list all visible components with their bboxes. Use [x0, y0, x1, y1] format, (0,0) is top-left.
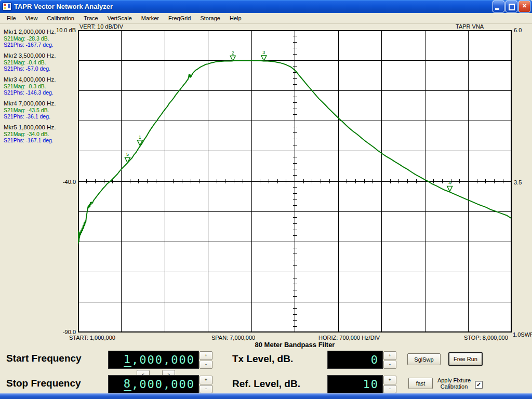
app-icon	[3, 3, 11, 10]
close-icon: ✕	[522, 3, 527, 9]
marker-s21-phase: S21Phs: -36.1 deg.	[4, 113, 76, 119]
chart-marker-5-number: 5	[126, 152, 129, 157]
span-axis-label: SPAN: 7,000,000	[211, 335, 255, 341]
stop-frequency-label: Stop Frequency	[6, 378, 81, 389]
taskbar-edge	[0, 393, 532, 399]
s21-trace-chart: 12345	[78, 30, 512, 332]
fast-sweep-button[interactable]: fast	[408, 378, 433, 389]
menu-item-help[interactable]: Help	[225, 14, 246, 23]
stop-freq-axis-label: STOP: 8,000,000	[464, 335, 508, 341]
vert-scale-label: VERT: 10 dB/DIV	[79, 23, 123, 30]
marker-s21-phase: S21Phs: -57.0 deg.	[4, 65, 76, 72]
ref-level-increment-button[interactable]: +	[383, 376, 396, 384]
window-title: TAPR Vector Network Analyzer	[14, 3, 493, 10]
stop-frequency-display[interactable]: 8,000,000	[108, 375, 199, 393]
marker-s21-phase: S21Phs: -167.1 deg.	[4, 137, 76, 143]
marker-info-mkr5: Mkr5 1,800,000 Hz.S21Mag: -34.0 dB.S21Ph…	[4, 124, 76, 143]
tx-level-increment-button[interactable]: +	[383, 351, 396, 360]
marker-s21-phase: S21Phs: -167.7 deg.	[4, 42, 76, 48]
menu-item-file[interactable]: File	[2, 14, 21, 23]
start-frequency-display[interactable]: 1,000,000	[108, 351, 199, 369]
menu-item-freqgrid[interactable]: FreqGrid	[164, 14, 195, 23]
chart-title: 80 Meter Bandpass Filter	[78, 341, 512, 349]
stop-frequency-increment-button[interactable]: +	[200, 376, 212, 384]
marker-s21-magnitude: S21Mag: -34.0 dB.	[4, 131, 76, 137]
swr-axis-top-label: 6.0	[514, 27, 522, 33]
menu-item-storage[interactable]: Storage	[195, 14, 225, 23]
marker-s21-magnitude: S21Mag: -0.3 dB.	[4, 83, 76, 89]
marker-s21-magnitude: S21Mag: -0.4 dB.	[4, 59, 76, 65]
chart-marker-4-icon	[447, 186, 453, 191]
marker-readout-panel: Mkr1 2,000,000 Hz.S21Mag: -28.3 dB.S21Ph…	[4, 29, 76, 148]
menubar: FileViewCalibrationTraceVertScaleMarkerF…	[0, 13, 532, 24]
maximize-icon	[509, 4, 515, 10]
swr-axis-bottom-label: 1.0SWR	[513, 331, 532, 338]
horiz-scale-axis-label: HORIZ: 700,000 Hz/DIV	[318, 335, 380, 341]
marker-info-mkr4: Mkr4 7,000,000 Hz.S21Mag: -43.5 dB.S21Ph…	[4, 100, 76, 119]
menu-item-vertscale[interactable]: VertScale	[103, 14, 137, 23]
apply-fixture-calibration-checkbox[interactable]: ✓	[475, 381, 483, 389]
menu-item-marker[interactable]: Marker	[137, 14, 164, 23]
single-sweep-button[interactable]: SglSwp	[407, 353, 441, 365]
marker-frequency: Mkr3 4,000,000 Hz.	[4, 76, 76, 83]
chart-marker-3-icon	[261, 56, 267, 61]
marker-info-mkr2: Mkr2 3,500,000 Hz.S21Mag: -0.4 dB.S21Phs…	[4, 52, 76, 72]
minimize-icon	[495, 8, 499, 10]
ref-level-decrement-button[interactable]: -	[383, 385, 396, 394]
ref-level-display[interactable]: 10	[327, 375, 383, 393]
swr-axis-mid-label: 3.5	[514, 179, 522, 185]
menu-item-trace[interactable]: Trace	[79, 14, 103, 23]
start-frequency-increment-button[interactable]: +	[200, 351, 212, 360]
marker-frequency: Mkr4 7,000,000 Hz.	[4, 100, 76, 107]
minimize-button[interactable]	[493, 1, 504, 12]
y-axis-mid-label: -40.0	[51, 179, 76, 185]
marker-frequency: Mkr5 1,800,000 Hz.	[4, 124, 76, 131]
close-button[interactable]: ✕	[518, 1, 530, 12]
marker-s21-magnitude: S21Mag: -43.5 dB.	[4, 107, 76, 113]
y-axis-top-label: 10.0 dB	[51, 27, 76, 33]
menu-item-view[interactable]: View	[21, 14, 43, 23]
chart-marker-2-number: 2	[232, 50, 234, 56]
stop-frequency-decrement-button[interactable]: -	[200, 385, 212, 394]
start-frequency-label: Start Frequency	[6, 353, 82, 364]
apply-fixture-calibration-label: Apply Fixture Calibration	[435, 378, 473, 390]
vna-application-window: TAPR Vector Network Analyzer ✕ FileViewC…	[0, 0, 532, 399]
titlebar: TAPR Vector Network Analyzer ✕	[0, 0, 532, 13]
maximize-button[interactable]	[506, 1, 517, 12]
marker-frequency: Mkr2 3,500,000 Hz.	[4, 52, 76, 59]
start-freq-axis-label: START: 1,000,000	[69, 335, 115, 341]
chart-marker-1-number: 1	[139, 135, 141, 140]
tx-level-label: Tx Level, dB.	[232, 353, 293, 365]
ref-level-label: Ref. Level, dB.	[232, 378, 300, 390]
instrument-label: TAPR VNA	[456, 23, 484, 30]
tx-level-display[interactable]: 0	[327, 351, 383, 369]
chart-marker-3-number: 3	[262, 50, 265, 55]
menu-item-calibration[interactable]: Calibration	[42, 14, 79, 23]
start-frequency-decrement-button[interactable]: -	[200, 361, 212, 369]
marker-s21-phase: S21Phs: -146.3 deg.	[4, 89, 76, 96]
tx-level-decrement-button[interactable]: -	[383, 361, 396, 369]
chart-marker-4-number: 4	[448, 180, 451, 185]
marker-info-mkr3: Mkr3 4,000,000 Hz.S21Mag: -0.3 dB.S21Phs…	[4, 76, 76, 96]
free-run-button[interactable]: Free Run	[448, 352, 483, 366]
marker-s21-magnitude: S21Mag: -28.3 dB.	[4, 35, 76, 42]
